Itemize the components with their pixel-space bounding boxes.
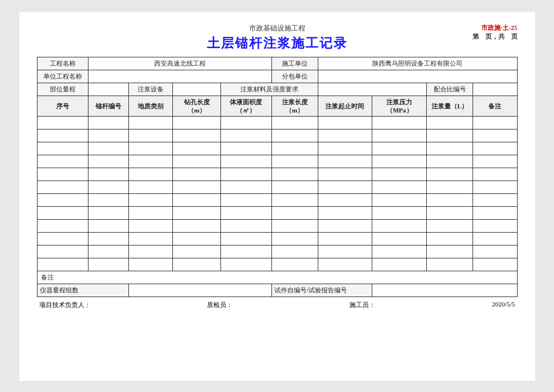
col-inject_pressure: 注浆压力（MPa） [372, 96, 427, 117]
injection-device-label: 注浆设备 [129, 83, 173, 96]
injection-material-value [318, 83, 427, 96]
table-row [37, 194, 517, 207]
table-row [37, 142, 517, 155]
injection-device-value [173, 83, 220, 96]
table-row [37, 117, 517, 129]
col-inject_time: 注浆起止时间 [318, 96, 372, 117]
sign-row: 项目技术负责人： 质检员： 施工员： 2020/5/5 [37, 301, 518, 309]
project-name-label: 工程名称 [37, 57, 88, 70]
table-row [37, 155, 517, 168]
col-cross_section: 体液面积度（㎡） [220, 96, 271, 117]
mix-ratio-value [473, 83, 517, 96]
col-seq: 序号 [37, 96, 88, 117]
part-label: 部位量程 [37, 83, 88, 96]
sub-org-value [318, 70, 517, 83]
sample-num-label: 试件自编号/试验报告编号 [271, 284, 372, 297]
page: 市政施·土-25 第 页，共 页 市政基础设施工程 土层锚杆注浆施工记录 工程名… [19, 12, 535, 381]
doc-number: 市政施·土-25 [473, 23, 518, 32]
injection-material-label: 注浆材料及强度要求 [220, 83, 318, 96]
construction-unit-label: 施工单位 [271, 57, 318, 70]
note-label: 备注 [37, 271, 517, 284]
note-row: 备注 [37, 271, 517, 284]
sub-unit-label: 单位工程名称 [37, 70, 88, 83]
footer-row-1: 仪器量程组数试件自编号/试验报告编号 [37, 284, 517, 297]
sub-org-label: 分包单位 [271, 70, 318, 83]
date: 2020/5/5 [492, 301, 515, 309]
tech-label: 项目技术负责人： [39, 301, 91, 309]
main-table: 工程名称西安高速北线工程施工单位陕西鹰乌照明设备工程有限公司单位工程名称分包单位… [37, 57, 518, 298]
doc-number-block: 市政施·土-25 第 页，共 页 [473, 23, 518, 41]
mix-ratio-label: 配合比编号 [427, 83, 473, 96]
part-value [88, 83, 129, 96]
table-row [37, 207, 517, 220]
table-row [37, 129, 517, 142]
sub-unit-value [88, 70, 271, 83]
sample-num-value [372, 284, 517, 297]
top-title: 市政基础设施工程 [37, 23, 518, 33]
col-inject_volume: 注浆量（L） [427, 96, 473, 117]
table-row [37, 246, 517, 258]
col-inject_length: 注浆长度（m） [271, 96, 318, 117]
quality-label: 质检员： [207, 301, 233, 309]
table-row [37, 220, 517, 233]
col-geology: 地质类别 [129, 96, 173, 117]
quality-count-label: 仪器量程组数 [37, 284, 129, 297]
table-row [37, 258, 517, 271]
col-remarks: 备注 [473, 96, 517, 117]
col-drill_depth: 钻孔长度（m） [173, 96, 220, 117]
table-row [37, 181, 517, 194]
constructor-label: 施工员： [349, 301, 375, 309]
page-info: 第 页，共 页 [473, 32, 518, 41]
col-anchor_num: 锚杆编号 [88, 96, 129, 117]
project-name-value: 西安高速北线工程 [88, 57, 271, 70]
table-row [37, 233, 517, 246]
table-row [37, 168, 517, 181]
construction-unit-value: 陕西鹰乌照明设备工程有限公司 [318, 57, 517, 70]
main-title: 土层锚杆注浆施工记录 [37, 35, 518, 52]
quality-count-value [129, 284, 272, 297]
